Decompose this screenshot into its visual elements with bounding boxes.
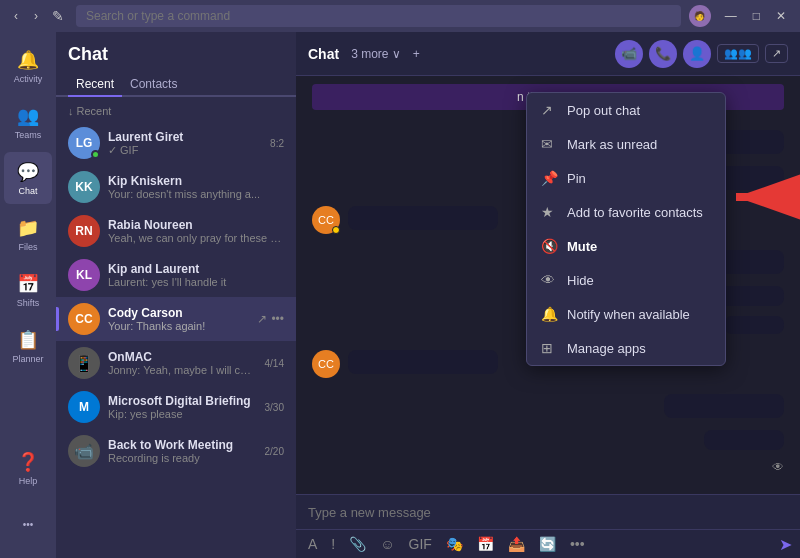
format-button[interactable]: A bbox=[304, 534, 321, 554]
chat-item-info: OnMAC Jonny: Yeah, maybe I will come ba.… bbox=[108, 350, 257, 376]
red-arrow bbox=[716, 167, 800, 231]
chat-tabs: Recent Contacts bbox=[56, 73, 296, 97]
chat-item-preview: Your: Thanks again! bbox=[108, 320, 249, 332]
compose-icon[interactable]: ✎ bbox=[52, 8, 64, 24]
close-button[interactable]: ✕ bbox=[770, 9, 792, 23]
chat-item-name: Microsoft Digital Briefing bbox=[108, 394, 257, 408]
message-row bbox=[312, 430, 784, 450]
chat-item-info: Microsoft Digital Briefing Kip: yes plea… bbox=[108, 394, 257, 420]
pin-icon: 📌 bbox=[541, 170, 557, 186]
sticker-button[interactable]: 🎭 bbox=[442, 534, 467, 554]
chat-panel: Chat Recent Contacts ↓ Recent LG Laurent… bbox=[56, 32, 296, 558]
sidebar-item-chat[interactable]: 💬 Chat bbox=[4, 152, 52, 204]
list-item[interactable]: RN Rabia Noureen Yeah, we can only pray … bbox=[56, 209, 296, 253]
popout-button[interactable]: ↗ bbox=[765, 44, 788, 63]
list-item[interactable]: 📱 OnMAC Jonny: Yeah, maybe I will come b… bbox=[56, 341, 296, 385]
app-layout: 🔔 Activity 👥 Teams 💬 Chat 📁 Files 📅 Shif… bbox=[0, 32, 800, 558]
avatar: LG bbox=[68, 127, 100, 159]
back-button[interactable]: ‹ bbox=[8, 7, 24, 25]
tab-3more[interactable]: 3 more ∨ bbox=[347, 45, 405, 63]
sidebar-item-help[interactable]: ❓ Help bbox=[4, 442, 52, 494]
context-menu: ↗ Pop out chat ✉ Mark as unread 📌 Pin ★ … bbox=[526, 92, 726, 366]
chat-item-info: Cody Carson Your: Thanks again! bbox=[108, 306, 249, 332]
chat-item-name: Rabia Noureen bbox=[108, 218, 284, 232]
list-item-active[interactable]: CC Cody Carson Your: Thanks again! ↗ ••• bbox=[56, 297, 296, 341]
sidebar-item-activity[interactable]: 🔔 Activity bbox=[4, 40, 52, 92]
sidebar-item-more[interactable]: ••• bbox=[4, 498, 52, 550]
sidebar-label-chat: Chat bbox=[18, 186, 37, 196]
send-button[interactable]: ➤ bbox=[779, 535, 792, 554]
window-controls[interactable]: — □ ✕ bbox=[719, 9, 792, 23]
minimize-button[interactable]: — bbox=[719, 9, 743, 23]
participants-count-button[interactable]: 👥👥 bbox=[717, 44, 759, 63]
meet-button[interactable]: 📅 bbox=[473, 534, 498, 554]
tab-add[interactable]: + bbox=[409, 45, 424, 63]
message-input-row bbox=[296, 495, 800, 529]
avatar: M bbox=[68, 391, 100, 423]
list-item[interactable]: M Microsoft Digital Briefing Kip: yes pl… bbox=[56, 385, 296, 429]
context-menu-item-popout[interactable]: ↗ Pop out chat bbox=[527, 93, 725, 127]
message-bubble bbox=[348, 206, 498, 230]
sidebar-item-teams[interactable]: 👥 Teams bbox=[4, 96, 52, 148]
context-menu-item-favorite[interactable]: ★ Add to favorite contacts bbox=[527, 195, 725, 229]
chat-list: LG Laurent Giret ✓ GIF 8:2 KK Kip Kniske… bbox=[56, 121, 296, 558]
list-item[interactable]: 📹 Back to Work Meeting Recording is read… bbox=[56, 429, 296, 473]
loop-button[interactable]: 🔄 bbox=[535, 534, 560, 554]
avatar: 📹 bbox=[68, 435, 100, 467]
context-menu-label: Pop out chat bbox=[567, 103, 640, 118]
more-toolbar-button[interactable]: ••• bbox=[566, 534, 589, 554]
urgent-button[interactable]: ! bbox=[327, 534, 339, 554]
section-label-recent: ↓ Recent bbox=[56, 97, 296, 121]
share-button[interactable]: 📤 bbox=[504, 534, 529, 554]
sidebar-label-files: Files bbox=[18, 242, 37, 252]
list-item[interactable]: KL Kip and Laurent Laurent: yes I'll han… bbox=[56, 253, 296, 297]
context-menu-item-manage-apps[interactable]: ⊞ Manage apps bbox=[527, 331, 725, 365]
search-input[interactable] bbox=[76, 5, 681, 27]
sidebar-label-planner: Planner bbox=[12, 354, 43, 364]
favorite-icon: ★ bbox=[541, 204, 557, 220]
message-input[interactable] bbox=[308, 505, 788, 520]
sidebar-item-planner[interactable]: 📋 Planner bbox=[4, 320, 52, 372]
context-menu-item-mute[interactable]: 🔇 Mute bbox=[527, 229, 725, 263]
main-content: Chat 3 more ∨ + 📹 📞 👤 👥👥 ↗ n the video! bbox=[296, 32, 800, 558]
main-header-tabs: 3 more ∨ + bbox=[347, 45, 424, 63]
sidebar-item-files[interactable]: 📁 Files bbox=[4, 208, 52, 260]
chat-item-preview: Your: doesn't miss anything a... bbox=[108, 188, 284, 200]
planner-icon: 📋 bbox=[17, 329, 39, 351]
nav-buttons[interactable]: ‹ › bbox=[8, 7, 44, 25]
context-menu-item-unread[interactable]: ✉ Mark as unread bbox=[527, 127, 725, 161]
audio-call-button[interactable]: 📞 bbox=[649, 40, 677, 68]
list-item[interactable]: LG Laurent Giret ✓ GIF 8:2 bbox=[56, 121, 296, 165]
notify-icon: 🔔 bbox=[541, 306, 557, 322]
hide-icon: 👁 bbox=[541, 272, 557, 288]
emoji-button[interactable]: ☺ bbox=[376, 534, 398, 554]
giphy-button[interactable]: GIF bbox=[405, 534, 436, 554]
video-call-button[interactable]: 📹 bbox=[615, 40, 643, 68]
more-icon: ••• bbox=[23, 519, 34, 530]
context-menu-item-hide[interactable]: 👁 Hide bbox=[527, 263, 725, 297]
attach-button[interactable]: 📎 bbox=[345, 534, 370, 554]
tab-recent[interactable]: Recent bbox=[68, 73, 122, 97]
chat-icon: 💬 bbox=[17, 161, 39, 183]
message-row bbox=[312, 394, 784, 418]
context-menu-item-notify[interactable]: 🔔 Notify when available bbox=[527, 297, 725, 331]
avatar[interactable]: 🧑 bbox=[689, 5, 711, 27]
open-icon[interactable]: ↗ bbox=[257, 312, 267, 326]
list-item[interactable]: KK Kip Kniskern Your: doesn't miss anyth… bbox=[56, 165, 296, 209]
add-participant-button[interactable]: 👤 bbox=[683, 40, 711, 68]
chat-item-preview: Yeah, we can only pray for these s... bbox=[108, 232, 284, 244]
context-menu-item-pin[interactable]: 📌 Pin bbox=[527, 161, 725, 195]
more-options-icon[interactable]: ••• bbox=[271, 312, 284, 326]
context-menu-label: Add to favorite contacts bbox=[567, 205, 703, 220]
forward-button[interactable]: › bbox=[28, 7, 44, 25]
teams-icon: 👥 bbox=[17, 105, 39, 127]
sidebar-item-shifts[interactable]: 📅 Shifts bbox=[4, 264, 52, 316]
tab-contacts[interactable]: Contacts bbox=[122, 73, 185, 97]
chat-item-preview: ✓ GIF bbox=[108, 144, 262, 157]
mute-icon: 🔇 bbox=[541, 238, 557, 254]
maximize-button[interactable]: □ bbox=[747, 9, 766, 23]
message-avatar: CC bbox=[312, 350, 340, 378]
chat-item-name: Back to Work Meeting bbox=[108, 438, 257, 452]
context-menu-label: Pin bbox=[567, 171, 586, 186]
sidebar-label-teams: Teams bbox=[15, 130, 42, 140]
